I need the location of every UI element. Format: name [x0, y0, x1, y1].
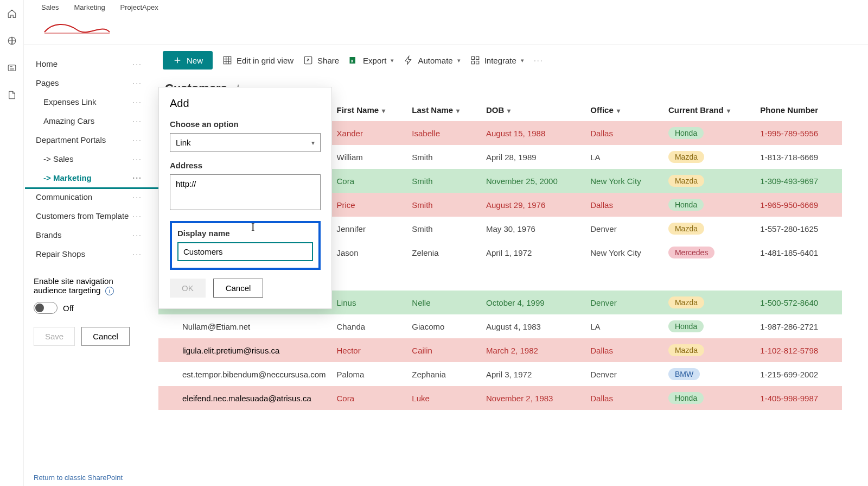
- targeting-toggle[interactable]: [34, 302, 58, 314]
- chevron-down-icon: ▾: [391, 57, 394, 64]
- nav-sales[interactable]: -> Sales···: [34, 149, 146, 168]
- tab-projectapex[interactable]: ProjectApex: [120, 3, 158, 14]
- more-icon[interactable]: ···: [132, 117, 142, 125]
- brand-pill: Mazda: [668, 296, 704, 308]
- brand-pill: Honda: [668, 127, 704, 139]
- chevron-down-icon: ▾: [382, 107, 385, 115]
- more-icon[interactable]: ···: [132, 174, 142, 182]
- address-input[interactable]: [170, 174, 321, 210]
- svg-rect-6: [471, 56, 474, 59]
- svg-rect-8: [471, 61, 474, 64]
- brand-pill: Mazda: [668, 344, 704, 356]
- nav-dept[interactable]: Department Portals···: [34, 130, 146, 149]
- nav-amazing[interactable]: Amazing Cars···: [34, 111, 146, 130]
- dialog-title: Add: [170, 97, 321, 110]
- share-button[interactable]: Share: [303, 55, 339, 65]
- choose-select[interactable]: Link ▾: [170, 133, 321, 152]
- more-icon[interactable]: ···: [132, 136, 142, 144]
- integrate-button[interactable]: Integrate ▾: [470, 55, 524, 65]
- col-office[interactable]: Office▾: [585, 99, 663, 121]
- tab-sales[interactable]: Sales: [41, 3, 59, 14]
- nav-cancel-button[interactable]: Cancel: [81, 327, 130, 346]
- text-cursor-icon: I: [251, 221, 255, 233]
- add-dialog: Add Choose an option Link ▾ Address Disp…: [158, 87, 332, 309]
- news-icon[interactable]: [7, 63, 17, 75]
- chevron-down-icon: ▾: [311, 139, 315, 147]
- brand-pill: BMW: [668, 368, 700, 380]
- edit-grid-button[interactable]: Edit in grid view: [222, 55, 293, 65]
- export-button[interactable]: x Export ▾: [349, 55, 394, 65]
- tab-marketing[interactable]: Marketing: [74, 3, 105, 14]
- more-icon[interactable]: ···: [132, 155, 142, 163]
- chevron-down-icon: ▾: [617, 107, 620, 115]
- new-button[interactable]: New: [163, 51, 213, 70]
- display-name-label: Display name: [177, 229, 313, 238]
- more-actions-button[interactable]: ···: [534, 56, 544, 65]
- classic-link[interactable]: Return to classic SharePoint: [34, 474, 123, 482]
- table-row[interactable]: Nullam@Etiam.netChandaGiacomoAugust 4, 1…: [158, 314, 842, 338]
- site-logo: [39, 16, 115, 40]
- more-icon[interactable]: ···: [132, 231, 142, 239]
- svg-text:x: x: [351, 59, 354, 64]
- chevron-down-icon: ▾: [456, 107, 459, 115]
- choose-label: Choose an option: [170, 119, 321, 129]
- file-icon[interactable]: [7, 90, 17, 102]
- nav-repair[interactable]: Repair Shops···: [34, 244, 146, 263]
- brand-pill: Honda: [668, 392, 704, 404]
- svg-rect-7: [476, 56, 478, 59]
- svg-rect-9: [476, 61, 478, 64]
- automate-button[interactable]: Automate ▾: [404, 55, 460, 65]
- chevron-down-icon: ▾: [507, 107, 510, 115]
- col-phone[interactable]: Phone Number: [755, 99, 842, 121]
- more-icon[interactable]: ···: [132, 98, 142, 106]
- info-icon[interactable]: i: [105, 287, 114, 295]
- home-icon[interactable]: [7, 9, 17, 21]
- brand-pill: Mazda: [668, 223, 704, 235]
- display-name-input[interactable]: [177, 242, 313, 261]
- toggle-state: Off: [63, 304, 74, 313]
- svg-rect-2: [224, 56, 231, 64]
- col-first[interactable]: First Name▾: [331, 99, 407, 121]
- col-last[interactable]: Last Name▾: [406, 99, 481, 121]
- address-label: Address: [170, 161, 321, 170]
- targeting-label: Enable site navigation audience targetin…: [34, 276, 146, 295]
- col-brand[interactable]: Current Brand▾: [663, 99, 755, 121]
- more-icon[interactable]: ···: [132, 60, 142, 68]
- ok-button: OK: [170, 279, 206, 298]
- nav-customers[interactable]: Customers from Template···: [34, 206, 146, 225]
- col-dob[interactable]: DOB▾: [481, 99, 585, 121]
- chevron-down-icon: ▾: [521, 57, 524, 64]
- table-row[interactable]: est.tempor.bibendum@neccursusa.comPaloma…: [158, 362, 842, 386]
- nav-pages[interactable]: Pages···: [34, 73, 146, 92]
- cancel-button[interactable]: Cancel: [213, 279, 264, 298]
- more-icon[interactable]: ···: [132, 212, 142, 220]
- brand-pill: Honda: [668, 320, 704, 332]
- nav-home[interactable]: Home···: [34, 54, 146, 73]
- globe-icon[interactable]: [7, 36, 17, 48]
- table-row[interactable]: ligula.elit.pretium@risus.caHectorCailin…: [158, 338, 842, 362]
- nav-marketing[interactable]: -> Marketing··· +: [34, 168, 146, 187]
- brand-pill: Mazda: [668, 175, 704, 187]
- chevron-down-icon: ▾: [727, 107, 730, 115]
- chevron-down-icon: ▾: [457, 57, 461, 64]
- nav-save-button: Save: [34, 327, 75, 346]
- brand-pill: Mercedes: [668, 247, 714, 258]
- more-icon[interactable]: ···: [132, 79, 142, 87]
- table-row[interactable]: eleifend.nec.malesuada@atrisus.caCoraLuk…: [158, 386, 842, 410]
- nav-comm[interactable]: Communication···: [34, 187, 146, 206]
- brand-pill: Honda: [668, 199, 704, 211]
- nav-brands[interactable]: Brands···: [34, 225, 146, 244]
- more-icon[interactable]: ···: [132, 250, 142, 258]
- nav-expenses[interactable]: Expenses Link···: [34, 92, 146, 111]
- brand-pill: Mazda: [668, 151, 704, 163]
- more-icon[interactable]: ···: [132, 193, 142, 201]
